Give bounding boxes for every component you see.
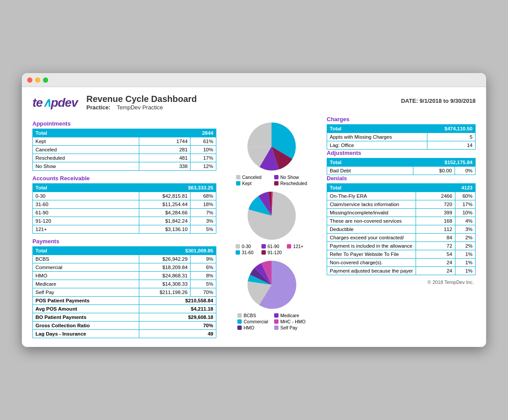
table-row-label: 31-60 [33,200,139,209]
table-row-value: $4,211.18 [139,305,216,313]
minimize-button[interactable] [35,77,40,83]
legend-label: No Show [280,175,299,180]
table-row-value: 2844 [139,129,216,137]
table-row-value: $474,110.50 [427,125,475,133]
traffic-lights [27,77,48,83]
table-row-value: 481 [139,154,190,162]
payments-pie-chart [243,259,300,311]
table-row-label: Payment adjusted because the payer [327,267,416,275]
table-row-pct: 10% [455,209,475,217]
charts-column: CanceledNo ShowKeptRescheduled [223,116,320,338]
table-row-label: Total [327,158,413,167]
right-column: Charges Total$474,110.50Appts with Missi… [327,116,476,338]
table-row-pct: 17% [455,200,475,209]
table-row-pct: 1% [455,250,475,259]
legend-color-dot [236,175,240,179]
legend-label: BCBS [243,313,256,318]
table-row-label: Payment is included in the allowance [327,242,416,250]
denials-title: Denials [327,175,476,182]
payments-chart-block: BCBSMedicareCommercialMHC - HMOHMOSelf P… [237,259,306,330]
legend-label: HMO [243,325,254,330]
table-row-value: $3,136.10 [139,225,190,234]
legend-label: 91-120 [268,250,282,255]
legend-item: No Show [274,175,307,180]
table-row-pct: 2% [455,234,475,242]
table-row-pct: 3% [455,225,475,234]
title-bar [22,73,486,87]
table-row-label: Medicare [33,280,139,288]
table-row-value: $4,284.66 [139,209,190,217]
table-row-value: $211,198.26 [139,288,190,297]
copyright: © 2018 TempDev Inc. [327,280,476,285]
legend-color-dot [236,244,240,248]
header: te∧pdev Revenue Cycle Dashboard Practice… [32,94,476,111]
table-row-value: 4123 [416,184,475,192]
page-title: Revenue Cycle Dashboard [86,94,197,104]
table-row-value: $29,608.18 [139,313,216,322]
table-row-value: $14,308.33 [139,280,190,288]
table-row-label: Total [327,125,427,133]
legend-item: 61-90 [261,244,282,249]
date-range: DATE: 9/1/2018 to 9/30/2018 [401,98,476,104]
table-row-label: These are non-covered services [327,217,416,225]
legend-color-dot [287,244,291,248]
denials-table: Total4123On-The-Fly ERA246660%Claim/serv… [327,183,476,275]
close-button[interactable] [27,77,32,83]
ar-table: Total$63,333.250-30$42,815.8168%31-60$11… [32,183,216,234]
table-row-pct: 5% [190,225,216,234]
practice-line: Practice: TempDev Practice [86,104,197,111]
legend-item: 91-120 [261,250,282,255]
table-row-label: 121+ [33,225,139,234]
table-row-pct: 18% [190,200,216,209]
charges-table: Total$474,110.50Appts with Missing Charg… [327,124,476,150]
payments-title: Payments [32,238,216,245]
legend-label: Self Pay [280,325,297,330]
legend-label: Kept [242,181,252,186]
table-row-label: Lag Days - Insurance [33,330,139,338]
maximize-button[interactable] [43,77,48,83]
appointments-legend: CanceledNo ShowKeptRescheduled [236,175,307,186]
legend-label: 31-60 [242,250,254,255]
ar-legend: 0-3061-90121+31-6091-120 [236,244,307,255]
legend-item: 31-60 [236,250,256,255]
practice-label: Practice: [86,104,110,111]
table-row-label: Charges exceed your contracted/ [327,234,416,242]
table-row-label: BO Patient Payments [33,313,139,322]
table-row-value: 14 [427,141,475,150]
adjustments-title: Adjustments [327,150,476,156]
table-row-value: 399 [416,209,455,217]
table-row-label: Self Pay [33,288,139,297]
table-row-value: 2466 [416,192,455,200]
table-row-label: HMO [33,272,139,280]
legend-color-dot [237,326,242,330]
table-row-value: $11,254.44 [139,200,190,209]
main-content: te∧pdev Revenue Cycle Dashboard Practice… [22,87,486,347]
table-row-pct: 5% [190,280,216,288]
table-row-label: 91-120 [33,217,139,225]
legend-item: Commercial [237,319,269,324]
legend-item: Rescheduled [274,181,307,186]
table-row-label: Lag: Office [327,141,427,150]
table-row-pct: 0% [455,167,475,175]
legend-label: 61-90 [268,244,279,249]
table-row-value: $301,009.85 [139,247,216,255]
table-row-value: $152,175.84 [413,158,475,167]
table-row-value: $18,209.84 [139,263,190,272]
table-row-label: Missing/incomplete/invalid [327,209,416,217]
table-row-value: $1,842.24 [139,217,190,225]
table-row-pct: 7% [190,209,216,217]
legend-color-dot [274,313,279,318]
table-row-label: Claim/service lacks information [327,200,416,209]
table-row-value: 281 [139,146,190,154]
table-row-label: Appts with Missing Charges [327,133,427,141]
legend-color-dot [274,181,279,186]
logo-title-block: te∧pdev Revenue Cycle Dashboard Practice… [32,94,197,111]
table-row-pct: 1% [455,267,475,275]
table-row-value: 168 [416,217,455,225]
legend-color-dot [261,244,266,248]
legend-color-dot [261,250,266,255]
table-row-value: $63,333.25 [139,184,216,192]
table-row-label: POS Patient Payments [33,297,139,305]
title-block: Revenue Cycle Dashboard Practice: TempDe… [86,94,197,111]
legend-item: MHC - HMO [274,319,306,324]
